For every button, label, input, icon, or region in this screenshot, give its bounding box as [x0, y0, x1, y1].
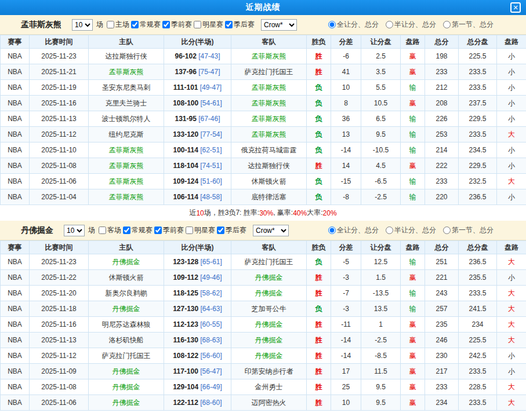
score-cell: 108-100 [54-61]: [164, 96, 231, 111]
recent-summary: 近 10 场，胜3负7: 胜率: 30%, 赢率: 40% 大率: 20%: [0, 205, 526, 221]
checkbox-input[interactable]: [123, 227, 130, 234]
game-type-checkbox[interactable]: 季前赛: [162, 20, 192, 30]
handicap-result-cell: 输: [401, 301, 425, 317]
radio-input[interactable]: [328, 227, 336, 234]
handicap-result-cell: 输: [401, 143, 425, 158]
halftime-score: [58-62]: [200, 289, 222, 297]
column-header: 赛事: [1, 241, 30, 254]
over-under-cell: 小: [497, 348, 526, 364]
game-row: NBA2025-11-22休斯顿火箭109-112 [49-46]丹佛掘金胜-3…: [1, 270, 526, 286]
game-row: NBA2025-11-12萨克拉门托国王108-122 [56-60]丹佛掘金胜…: [1, 348, 526, 364]
checkbox-input[interactable]: [225, 21, 233, 28]
league-cell: NBA: [1, 270, 30, 286]
home-team-cell: 丹佛掘金: [89, 301, 164, 317]
total-points-cell: 226: [425, 111, 459, 127]
handicap-line-cell: 10.5: [361, 96, 401, 111]
games-count-select[interactable]: 10: [64, 225, 85, 236]
checkbox-input[interactable]: [186, 227, 193, 234]
date-cell: 2025-11-06: [30, 174, 89, 189]
odds-view-radio[interactable]: 全让分、总分: [328, 20, 379, 30]
away-team-cell: 萨克拉门托国王: [231, 254, 307, 270]
column-header: 盘路: [401, 35, 425, 49]
over-under-cell: 小: [497, 96, 526, 111]
game-row: NBA2025-11-13洛杉矶快船116-130 [68-63]丹佛掘金胜-1…: [1, 333, 526, 348]
games-count-select[interactable]: 10: [72, 19, 93, 31]
away-team-cell: 丹佛掘金: [231, 270, 307, 286]
total-line-cell: 229.5: [459, 111, 497, 127]
checkbox-input[interactable]: [217, 227, 224, 234]
checkbox-input[interactable]: [99, 227, 106, 234]
league-cell: NBA: [1, 395, 30, 411]
results-table-nuggets: 赛事比赛时间主队比分(半场)客队胜负分差让分盘盘路总分总分盘盘路 NBA2025…: [0, 240, 526, 411]
radio-input[interactable]: [386, 21, 393, 28]
total-points-cell: 251: [425, 254, 459, 270]
win-loss-cell: 胜: [307, 49, 331, 64]
total-points-cell: 243: [425, 286, 459, 301]
handicap-result-cell: 输: [401, 80, 425, 96]
handicap-line-cell: 3.5: [361, 64, 401, 80]
over-under-cell: 大: [497, 379, 526, 395]
summary-segment: 场，胜3负7: 胜率:: [204, 208, 259, 218]
game-type-checkbox[interactable]: 明星赛: [194, 20, 223, 30]
handicap-result-cell: 赢: [401, 379, 425, 395]
checkbox-input[interactable]: [131, 21, 139, 28]
game-type-checkbox[interactable]: 季后赛: [225, 20, 255, 30]
checkbox-input[interactable]: [194, 21, 201, 28]
point-diff-cell: -8: [331, 189, 361, 205]
game-row: NBA2025-11-23丹佛掘金123-128 [65-61]萨克拉门托国王负…: [1, 254, 526, 270]
game-row: NBA2025-11-04孟菲斯灰熊106-114 [48-58]底特律活塞负-…: [1, 189, 526, 205]
game-row: NBA2025-11-16明尼苏达森林狼112-123 [60-55]丹佛掘金胜…: [1, 317, 526, 333]
final-score: 100-114: [173, 146, 198, 154]
checkbox-input[interactable]: [154, 227, 162, 234]
game-type-checkbox[interactable]: 客场: [99, 225, 121, 235]
final-score: 108-122: [173, 352, 198, 360]
odds-view-radio[interactable]: 全让分、总分: [328, 225, 379, 235]
odds-view-radio[interactable]: 半让分、总分: [386, 20, 436, 30]
column-header: 比赛时间: [30, 241, 89, 254]
date-cell: 2025-11-12: [30, 348, 89, 364]
away-team-cell: 孟菲斯灰熊: [231, 80, 307, 96]
checkbox-input[interactable]: [107, 21, 114, 28]
home-team-cell: 萨克拉门托国王: [89, 348, 164, 364]
handicap-result-cell: 输: [401, 286, 425, 301]
point-diff-cell: -14: [331, 143, 361, 158]
score-cell: 96-102 [47-43]: [164, 49, 231, 64]
column-header: 让分盘: [361, 241, 401, 254]
games-unit-label: 场: [88, 225, 95, 235]
radio-input[interactable]: [443, 21, 451, 28]
radio-input[interactable]: [328, 21, 336, 28]
radio-input[interactable]: [386, 227, 393, 234]
home-team-cell: 丹佛掘金: [89, 254, 164, 270]
date-cell: 2025-11-10: [30, 143, 89, 158]
game-type-checkbox[interactable]: 明星赛: [186, 225, 215, 235]
odds-view-radio[interactable]: 半让分、总分: [386, 225, 436, 235]
point-diff-cell: -5: [331, 254, 361, 270]
score-cell: 116-130 [68-63]: [164, 333, 231, 348]
game-type-checkbox[interactable]: 常规赛: [123, 225, 153, 235]
final-score: 123-128: [173, 258, 198, 266]
win-loss-cell: 胜: [307, 270, 331, 286]
odds-view-radio[interactable]: 第一节、总分: [443, 20, 494, 30]
bookmaker-select[interactable]: Crow*: [253, 225, 289, 236]
away-team-cell: 丹佛掘金: [231, 317, 307, 333]
total-line-cell: 234.5: [459, 143, 497, 158]
column-header: 比分(半场): [164, 241, 231, 254]
game-type-checkbox[interactable]: 季后赛: [217, 225, 246, 235]
checkbox-input[interactable]: [162, 21, 170, 28]
final-score: 96-102: [175, 52, 196, 60]
radio-input[interactable]: [443, 227, 451, 234]
halftime-score: [49-46]: [200, 273, 222, 282]
odds-view-radio[interactable]: 第一节、总分: [443, 225, 494, 235]
halftime-score: [68-63]: [200, 336, 222, 344]
game-type-checkbox[interactable]: 常规赛: [131, 20, 161, 30]
game-type-checkbox[interactable]: 季前赛: [154, 225, 184, 235]
over-under-cell: 小: [497, 270, 526, 286]
date-cell: 2025-11-13: [30, 333, 89, 348]
game-type-checkbox[interactable]: 主场: [107, 20, 129, 30]
handicap-result-cell: 赢: [401, 270, 425, 286]
bookmaker-select[interactable]: Crow*: [261, 19, 297, 31]
date-cell: 2025-11-08: [30, 379, 89, 395]
score-cell: 118-104 [74-51]: [164, 158, 231, 174]
point-diff-cell: -7: [331, 286, 361, 301]
close-button[interactable]: ✕: [510, 2, 521, 13]
